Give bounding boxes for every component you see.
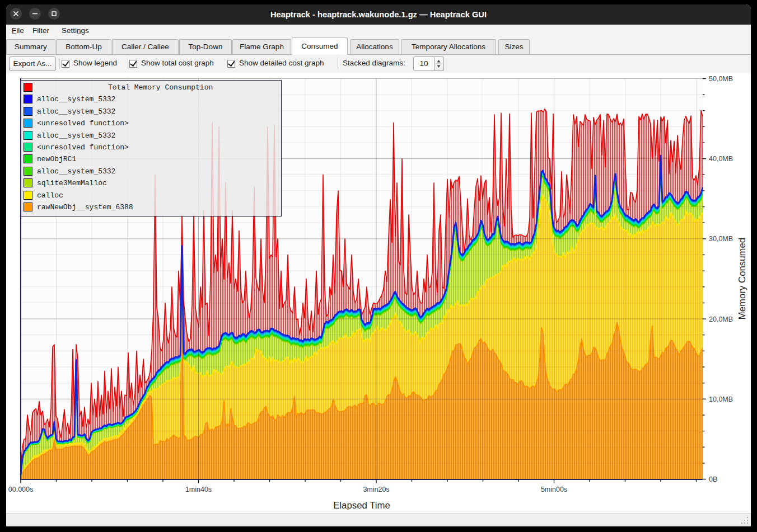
svg-text:00.000s: 00.000s (8, 486, 33, 493)
svg-text:3min20s: 3min20s (363, 486, 389, 493)
svg-text:40,0MB: 40,0MB (709, 155, 733, 163)
svg-text:20,0MB: 20,0MB (709, 316, 733, 323)
svg-text:5min00s: 5min00s (541, 486, 567, 493)
svg-text:50,0MB: 50,0MB (709, 75, 733, 83)
svg-text:10,0MB: 10,0MB (709, 396, 733, 403)
svg-text:Memory Consumed: Memory Consumed (737, 238, 747, 319)
svg-text:1min40s: 1min40s (185, 486, 212, 493)
svg-text:Elapsed Time: Elapsed Time (333, 500, 390, 511)
svg-text:0B: 0B (709, 475, 717, 483)
svg-text:30,0MB: 30,0MB (709, 235, 733, 243)
